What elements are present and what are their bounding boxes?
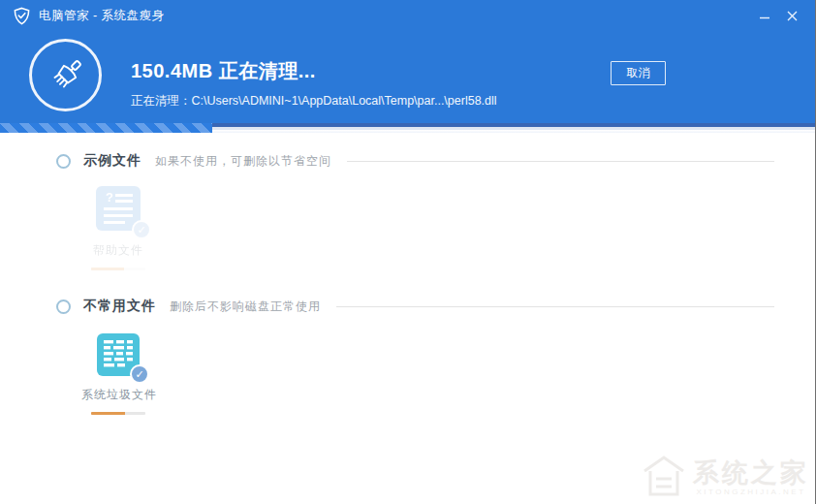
minimize-button[interactable] xyxy=(751,0,778,31)
shield-check-icon xyxy=(13,7,31,25)
check-badge-icon: ✓ xyxy=(130,364,149,384)
item-progress-fill xyxy=(91,412,125,415)
cancel-button[interactable]: 取消 xyxy=(611,61,666,85)
overall-progress-track xyxy=(0,123,815,133)
watermark-text: 系统之家 XITONGZHIJIA.NET xyxy=(693,458,809,496)
svg-text:?: ? xyxy=(106,190,113,205)
junk-files-icon: ✓ xyxy=(96,332,141,377)
loading-ring-icon xyxy=(56,154,71,169)
section-subtitle: 删除后不影响磁盘正常使用 xyxy=(170,299,321,315)
close-button[interactable] xyxy=(778,0,805,31)
section-divider xyxy=(336,306,774,307)
item-system-junk-files[interactable]: ✓ 系统垃圾文件 xyxy=(81,332,155,415)
check-badge-icon: ✓ xyxy=(132,220,151,239)
cleaning-status: 150.4MB 正在清理... 正在清理：C:\Users\ADMINI~1\A… xyxy=(131,58,497,110)
document-question-icon: ? ✓ xyxy=(94,184,142,233)
item-progress-track xyxy=(91,412,145,415)
cleaning-path: 正在清理：C:\Users\ADMINI~1\AppData\Local\Tem… xyxy=(131,93,497,110)
section-sample-files: 示例文件 如果不使用，可删除以节省空间 xyxy=(56,151,774,171)
titlebar: 电脑管家 - 系统盘瘦身 xyxy=(0,0,815,31)
cleaning-size-title: 150.4MB 正在清理... xyxy=(131,58,497,84)
loading-ring-icon xyxy=(56,299,71,314)
item-help-files: ? ✓ 帮助文件 xyxy=(81,184,155,270)
app-window: 电脑管家 - 系统盘瘦身 150.4MB 正在清理... 正在 xyxy=(0,0,816,504)
section-subtitle: 如果不使用，可删除以节省空间 xyxy=(155,153,331,170)
item-label: 帮助文件 xyxy=(81,242,155,259)
window-controls xyxy=(751,0,805,31)
section-title: 不常用文件 xyxy=(83,298,156,315)
window-title: 电脑管家 - 系统盘瘦身 xyxy=(39,8,165,24)
cleaning-header: 150.4MB 正在清理... 正在清理：C:\Users\ADMINI~1\A… xyxy=(0,31,815,123)
overall-progress-fill xyxy=(0,123,212,133)
clean-brush-icon xyxy=(29,39,102,111)
item-label: 系统垃圾文件 xyxy=(81,387,155,403)
item-progress-fill xyxy=(91,268,124,270)
section-unused-files: 不常用文件 删除后不影响磁盘正常使用 xyxy=(56,297,774,316)
watermark: 系统之家 XITONGZHIJIA.NET xyxy=(639,452,809,502)
section-divider xyxy=(347,161,774,162)
house-logo-icon xyxy=(639,452,689,502)
section-title: 示例文件 xyxy=(83,152,141,170)
item-progress-track xyxy=(91,268,145,270)
